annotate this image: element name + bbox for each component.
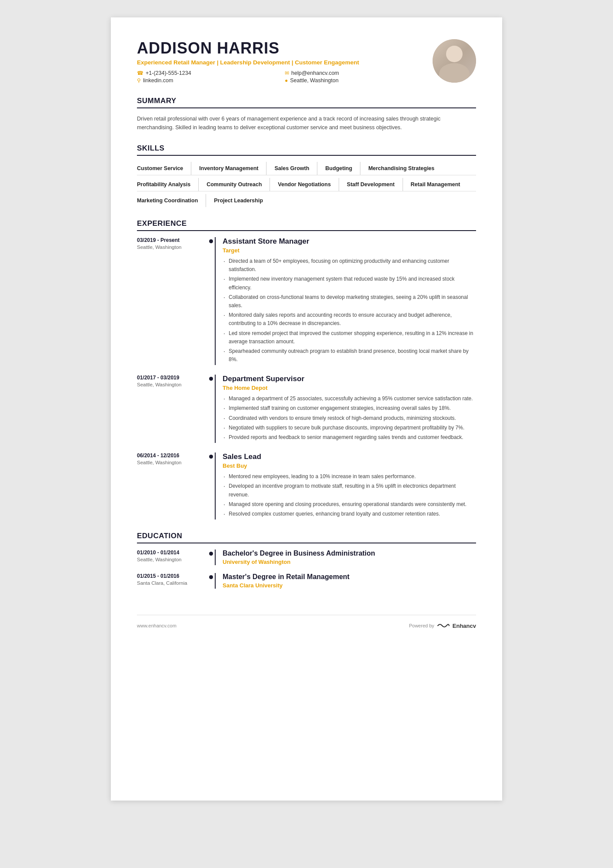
edu-content: Bachelor's Degree in Business Administra… [215,550,476,565]
summary-text: Driven retail professional with over 6 y… [137,114,476,132]
experience-item: 06/2014 - 12/2016 Seattle, Washington Sa… [137,452,476,519]
exp-date: 01/2017 - 03/2019 [137,375,207,381]
experience-section: EXPERIENCE 03/2019 - Present Seattle, Wa… [137,219,476,519]
exp-bullets: Managed a department of 25 associates, s… [223,395,476,442]
candidate-name: ADDISON HARRIS [137,39,424,57]
location-item: ● Seattle, Washington [285,77,424,84]
skill-item: Sales Growth [274,162,317,175]
edu-date: 01/2010 - 01/2014 [137,550,207,556]
resume-page: ADDISON HARRIS Experienced Retail Manage… [111,17,502,801]
edu-location: Santa Clara, California [137,580,207,586]
skill-item: Customer Service [137,162,191,175]
exp-role: Sales Lead [223,452,476,461]
skills-row: Marketing CoordinationProject Leadership [137,194,476,207]
footer: www.enhancv.com Powered by Enhancv [137,615,476,629]
exp-bullets: Directed a team of 50+ employees, focusi… [223,257,476,364]
exp-bullet: Implemented new inventory management sys… [223,275,476,292]
education-list: 01/2010 - 01/2014 Seattle, Washington Ba… [137,550,476,589]
education-item: 01/2010 - 01/2014 Seattle, Washington Ba… [137,550,476,565]
summary-section: SUMMARY Driven retail professional with … [137,97,476,132]
phone-icon: ☎ [137,70,143,76]
exp-company: Best Buy [223,462,476,469]
skill-item: Marketing Coordination [137,194,206,207]
exp-date-col: 03/2019 - Present Seattle, Washington [137,237,207,365]
email-value: help@enhancv.com [291,70,339,76]
education-section: EDUCATION 01/2010 - 01/2014 Seattle, Was… [137,532,476,589]
exp-company: The Home Depot [223,385,476,391]
education-title: EDUCATION [137,532,476,543]
experience-title: EXPERIENCE [137,219,476,231]
edu-date-col: 01/2010 - 01/2014 Seattle, Washington [137,550,207,565]
contact-grid: ☎ +1-(234)-555-1234 ✉ help@enhancv.com ⚲… [137,70,424,84]
edu-date-col: 01/2015 - 01/2016 Santa Clara, Californi… [137,573,207,589]
exp-location: Seattle, Washington [137,382,207,387]
exp-location: Seattle, Washington [137,245,207,250]
exp-dot-col [207,375,215,443]
linkedin-icon: ⚲ [137,77,141,84]
experience-list: 03/2019 - Present Seattle, Washington As… [137,237,476,519]
edu-school: Santa Clara University [223,582,476,589]
edu-content: Master's Degree in Retail Management San… [215,573,476,589]
exp-bullet: Negotiated with suppliers to secure bulk… [223,424,476,432]
linkedin-value: linkedin.com [143,77,173,84]
exp-bullet: Provided reports and feedback to senior … [223,433,476,442]
exp-bullet: Monitored daily sales reports and accoun… [223,311,476,328]
exp-content: Department Supervisor The Home Depot Man… [215,375,476,443]
edu-school: University of Washington [223,559,476,565]
skill-item: Profitability Analysis [137,178,199,191]
skills-title: SKILLS [137,144,476,156]
footer-right: Powered by Enhancv [409,622,476,629]
exp-location: Seattle, Washington [137,460,207,465]
email-item: ✉ help@enhancv.com [285,70,424,76]
skill-item: Community Outreach [207,178,270,191]
avatar-image [433,39,476,83]
exp-bullet: Managed store opening and closing proced… [223,500,476,509]
summary-title: SUMMARY [137,97,476,108]
exp-date-col: 06/2014 - 12/2016 Seattle, Washington [137,452,207,519]
skill-item: Budgeting [325,162,360,175]
exp-date: 06/2014 - 12/2016 [137,452,207,459]
candidate-title: Experienced Retail Manager | Leadership … [137,59,424,66]
edu-dot-col [207,550,215,565]
exp-bullet: Mentored new employees, leading to a 10%… [223,473,476,481]
footer-url: www.enhancv.com [137,623,177,628]
exp-dot [209,455,213,459]
skills-section: SKILLS Customer ServiceInventory Managem… [137,144,476,207]
edu-location: Seattle, Washington [137,557,207,562]
enhancv-logo-icon [437,622,450,629]
brand-name: Enhancv [453,623,476,629]
phone-item: ☎ +1-(234)-555-1234 [137,70,276,76]
skills-grid: Customer ServiceInventory ManagementSale… [137,162,476,207]
exp-bullet: Led store remodel project that improved … [223,329,476,346]
exp-dot-col [207,237,215,365]
skill-item: Staff Development [347,178,403,191]
exp-role: Assistant Store Manager [223,237,476,246]
linkedin-item: ⚲ linkedin.com [137,77,276,84]
exp-company: Target [223,247,476,254]
exp-role: Department Supervisor [223,375,476,383]
skill-item: Retail Management [411,178,468,191]
exp-bullet: Managed a department of 25 associates, s… [223,395,476,403]
experience-item: 01/2017 - 03/2019 Seattle, Washington De… [137,375,476,443]
edu-degree: Bachelor's Degree in Business Administra… [223,550,476,557]
skill-item: Vendor Negotiations [278,178,339,191]
exp-dot [209,239,213,243]
edu-dot-col [207,573,215,589]
exp-bullet: Resolved complex customer queries, enhan… [223,510,476,518]
phone-value: +1-(234)-555-1234 [146,70,191,76]
exp-date: 03/2019 - Present [137,237,207,243]
exp-bullet: Collaborated on cross-functional teams t… [223,293,476,310]
education-item: 01/2015 - 01/2016 Santa Clara, Californi… [137,573,476,589]
skills-row: Customer ServiceInventory ManagementSale… [137,162,476,175]
header-left: ADDISON HARRIS Experienced Retail Manage… [137,39,424,84]
exp-bullet: Spearheaded community outreach program t… [223,347,476,364]
exp-content: Sales Lead Best Buy Mentored new employe… [215,452,476,519]
edu-degree: Master's Degree in Retail Management [223,573,476,581]
exp-dot-col [207,452,215,519]
exp-bullet: Developed an incentive program to motiva… [223,482,476,499]
exp-date-col: 01/2017 - 03/2019 Seattle, Washington [137,375,207,443]
skill-item: Merchandising Strategies [368,162,442,175]
header: ADDISON HARRIS Experienced Retail Manage… [137,39,476,84]
edu-date: 01/2015 - 01/2016 [137,573,207,579]
powered-by-label: Powered by [409,623,434,628]
